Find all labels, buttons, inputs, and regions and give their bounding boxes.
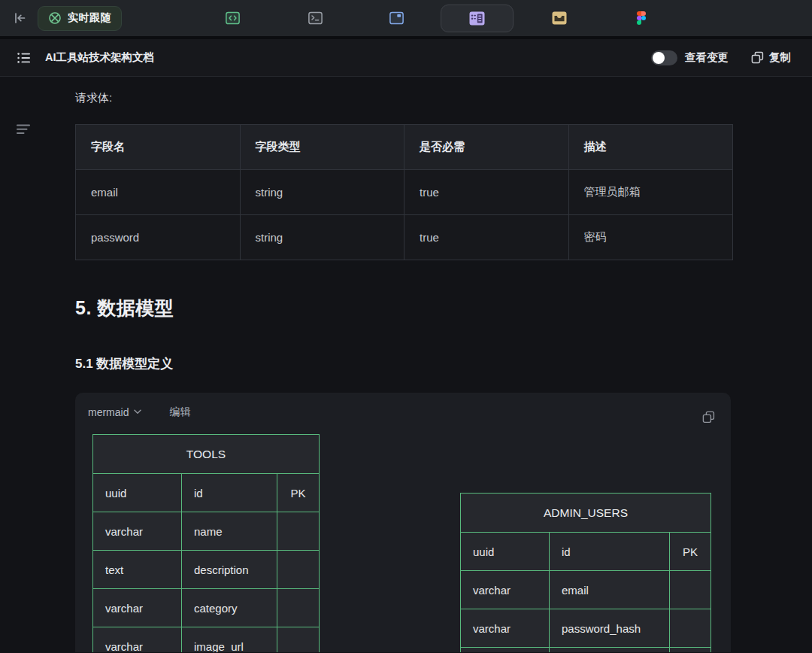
fields-table-header-row: 字段名字段类型是否必需描述 <box>76 125 733 170</box>
copy-button-label: 复制 <box>769 50 791 65</box>
entity-row: varcharname <box>93 512 320 551</box>
fields-table-header-cell: 字段名 <box>76 125 241 170</box>
toggle-knob <box>653 52 665 64</box>
entity-table: TOOLSuuididPKvarcharnametextdescriptionv… <box>92 434 320 652</box>
collapse-left-icon <box>12 11 27 26</box>
entity-cell: varchar <box>461 571 550 609</box>
entity-cell: uuid <box>461 533 550 571</box>
entity-row: varcharemail <box>461 571 711 609</box>
entity-cell: varchar <box>93 627 182 653</box>
terminal-icon[interactable] <box>308 11 323 26</box>
document-content: 请求体: 字段名字段类型是否必需描述emailstringtrue管理员邮箱pa… <box>0 77 812 652</box>
entity-cell <box>277 589 320 627</box>
entity-cell <box>550 648 670 653</box>
toc-list-icon <box>17 51 32 65</box>
entity-cell: uuid <box>93 474 182 512</box>
table-cell: email <box>76 170 241 215</box>
tab-docs-active[interactable] <box>441 5 514 32</box>
entity-row: varcharcategory <box>93 589 320 627</box>
entity-cell <box>277 512 320 551</box>
fields-table-header-cell: 字段类型 <box>240 125 404 170</box>
toc-list-button[interactable] <box>17 50 33 65</box>
entity-row: textdescription <box>93 551 320 589</box>
terminal-glyph <box>308 11 323 25</box>
fields-table-header-cell: 描述 <box>568 125 733 170</box>
entity-row: uuididPK <box>461 533 711 571</box>
entity-row: varcharpassword_hash <box>461 609 711 648</box>
outline-icon <box>17 124 32 135</box>
entity-cell <box>670 571 711 609</box>
entity-cell: varchar <box>93 589 182 627</box>
entity-title-row: TOOLS <box>93 435 320 474</box>
mermaid-code-block: mermaid 编辑 TOOLSuuididPKvarcharnametextd… <box>75 393 731 652</box>
entity-row: varcharimage_url <box>93 627 320 653</box>
entity-title-row: ADMIN_USERS <box>461 494 711 533</box>
entity-row: uuididPK <box>93 474 320 512</box>
table-row: passwordstringtrue密码 <box>76 215 733 260</box>
entity-name: TOOLS <box>93 435 320 474</box>
live-follow-label: 实时跟随 <box>68 11 111 25</box>
figma-icon[interactable] <box>634 11 649 26</box>
subsection-heading: 5.1 数据模型定义 <box>75 355 812 372</box>
fields-table-header-cell: 是否必需 <box>404 125 569 170</box>
view-changes-label: 查看变更 <box>685 50 729 65</box>
entity-row <box>461 648 711 653</box>
browser-window-icon[interactable] <box>389 11 404 26</box>
entity-cell: varchar <box>461 609 550 648</box>
entity-cell <box>670 609 711 648</box>
section-heading: 5. 数据模型 <box>75 296 812 320</box>
table-cell: true <box>404 170 569 215</box>
code-window-icon[interactable] <box>225 11 240 26</box>
live-follow-icon <box>48 11 62 25</box>
entity-cell: PK <box>277 474 320 512</box>
entity-cell: email <box>550 571 670 609</box>
entity-cell <box>461 648 550 653</box>
collapse-sidebar-button[interactable] <box>11 9 29 27</box>
document-title: AI工具站技术架构文档 <box>45 50 154 65</box>
view-changes-toggle[interactable] <box>651 50 677 65</box>
copy-document-button[interactable]: 复制 <box>751 50 791 65</box>
entity-table: ADMIN_USERSuuididPKvarcharemailvarcharpa… <box>460 493 711 652</box>
table-cell: password <box>76 215 241 260</box>
entity-cell: text <box>93 551 182 589</box>
table-cell: true <box>404 215 569 260</box>
entity-cell: password_hash <box>550 609 670 648</box>
code-window-glyph <box>226 11 240 25</box>
topbar: 实时跟随 <box>0 0 812 36</box>
browser-window-glyph <box>389 11 404 25</box>
entity-cell: PK <box>670 533 711 571</box>
entity-cell: id <box>550 533 670 571</box>
entity-cell <box>670 648 711 653</box>
request-body-label: 请求体: <box>75 77 812 105</box>
titlebar-actions: 查看变更 复制 <box>651 50 791 65</box>
entity-cell: name <box>182 512 277 551</box>
document-titlebar: AI工具站技术架构文档 查看变更 复制 <box>0 39 812 77</box>
table-cell: 管理员邮箱 <box>568 170 733 215</box>
copy-icon <box>751 51 764 64</box>
entity-cell: varchar <box>93 512 182 551</box>
docs-panel-icon <box>469 11 485 26</box>
outline-toggle-button[interactable] <box>17 124 32 137</box>
table-row: emailstringtrue管理员邮箱 <box>76 170 733 215</box>
entity-cell: description <box>182 551 277 589</box>
entity-cell: category <box>182 589 277 627</box>
entity-cell: image_url <box>182 627 277 653</box>
table-cell: string <box>240 170 404 215</box>
table-cell: 密码 <box>568 215 733 260</box>
fields-table: 字段名字段类型是否必需描述emailstringtrue管理员邮箱passwor… <box>75 124 733 260</box>
inbox-icon[interactable] <box>552 11 567 26</box>
entity-cell <box>277 627 320 653</box>
er-diagram: TOOLSuuididPKvarcharnametextdescriptionv… <box>75 393 731 652</box>
entity-cell <box>277 551 320 589</box>
table-cell: string <box>240 215 404 260</box>
entity-name: ADMIN_USERS <box>461 494 711 533</box>
live-follow-button[interactable]: 实时跟随 <box>38 6 122 31</box>
entity-cell: id <box>182 474 277 512</box>
inbox-glyph <box>552 11 567 25</box>
figma-glyph <box>636 11 647 26</box>
